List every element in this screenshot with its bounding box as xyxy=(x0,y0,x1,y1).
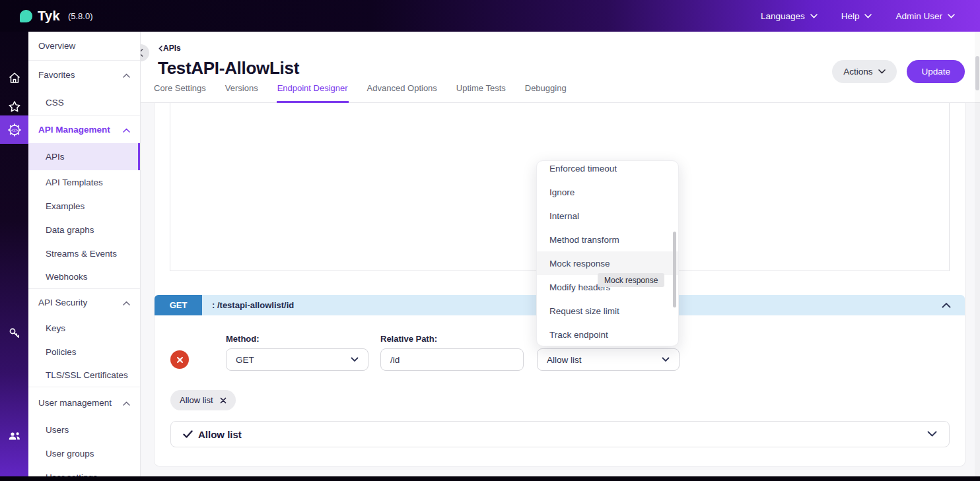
actions-button[interactable]: Actions xyxy=(832,60,897,83)
sidebar-item-apis[interactable]: APIs xyxy=(28,143,140,170)
sidebar-item-webhooks[interactable]: Webhooks xyxy=(28,265,140,289)
sidebar-item-data-graphs[interactable]: Data graphs xyxy=(28,218,140,241)
menu-item-method-transform[interactable]: Method transform xyxy=(537,228,678,251)
tab-endpoint-designer[interactable]: Endpoint Designer xyxy=(277,83,349,103)
x-icon xyxy=(176,356,184,364)
allow-list-section[interactable]: Allow list xyxy=(170,421,950,447)
svg-text:</>: </> xyxy=(11,128,17,133)
sidebar-group-api-management[interactable]: API Management xyxy=(28,116,140,143)
topbar-menus: Languages Help Admin User xyxy=(761,11,980,21)
chevron-left-icon xyxy=(158,46,162,51)
top-bar: Tyk (5.8.0) Languages Help Admin User xyxy=(0,0,980,32)
page-title: TestAPI-AllowList xyxy=(158,58,299,79)
selected-plugin-tag: Allow list xyxy=(170,390,236,410)
menu-item-mock-response[interactable]: Mock response xyxy=(537,251,678,275)
users-icon[interactable] xyxy=(0,428,28,444)
chevron-up-icon xyxy=(123,70,130,80)
sidebar: Overview Favorites CSS API Management AP… xyxy=(28,32,141,481)
version-label: (5.8.0) xyxy=(68,11,93,21)
chevron-up-icon xyxy=(123,125,130,135)
sidebar-group-api-security[interactable]: API Security xyxy=(28,289,140,316)
languages-menu[interactable]: Languages xyxy=(761,11,818,21)
star-icon[interactable] xyxy=(0,100,28,114)
chevron-down-icon xyxy=(878,69,886,74)
sidebar-item-examples[interactable]: Examples xyxy=(28,194,140,218)
tab-debugging[interactable]: Debugging xyxy=(524,83,567,103)
menu-item-request-size-limit[interactable]: Request size limit xyxy=(537,299,678,323)
check-icon xyxy=(183,430,193,438)
chevron-up-icon[interactable] xyxy=(942,295,965,315)
chevron-down-icon xyxy=(662,357,670,362)
sidebar-item-users[interactable]: Users xyxy=(28,418,140,441)
mock-response-tooltip: Mock response xyxy=(598,273,664,287)
chevron-down-icon xyxy=(948,14,955,18)
tab-bar: Core Settings Versions Endpoint Designer… xyxy=(153,83,567,103)
tab-uptime-tests[interactable]: Uptime Tests xyxy=(456,83,507,103)
sidebar-item-user-groups[interactable]: User groups xyxy=(28,441,140,465)
sidebar-item-policies[interactable]: Policies xyxy=(28,340,140,364)
icon-rail: </> xyxy=(0,32,28,481)
sidebar-item-api-templates[interactable]: API Templates xyxy=(28,170,140,194)
tab-versions[interactable]: Versions xyxy=(225,83,259,103)
sidebar-item-overview[interactable]: Overview xyxy=(28,32,140,61)
plugins-select[interactable]: Allow list xyxy=(537,348,680,371)
sidebar-item-tls-ssl-certificates[interactable]: TLS/SSL Certificates xyxy=(28,364,140,387)
tab-advanced-options[interactable]: Advanced Options xyxy=(367,83,438,103)
menu-item-track-endpoint[interactable]: Track endpoint xyxy=(537,323,678,346)
sidebar-item-keys[interactable]: Keys xyxy=(28,316,140,340)
app-window: Tyk (5.8.0) Languages Help Admin User xyxy=(0,0,980,481)
plugins-dropdown-menu: Enforced timeout Ignore Internal Method … xyxy=(536,160,679,346)
remove-tag-icon[interactable] xyxy=(220,397,227,404)
chevron-down-icon xyxy=(864,14,872,18)
header-buttons: Actions Update xyxy=(832,60,965,83)
menu-scrollbar-thumb[interactable] xyxy=(673,232,676,307)
menu-item-ignore[interactable]: Ignore xyxy=(537,180,678,204)
menu-item-enforced-timeout[interactable]: Enforced timeout xyxy=(537,160,678,180)
chevron-down-icon xyxy=(351,357,359,362)
home-icon[interactable] xyxy=(0,71,28,85)
method-label: Method: xyxy=(226,334,260,344)
tyk-logo-icon xyxy=(20,10,32,22)
window-bottom-edge xyxy=(0,476,980,481)
allow-list-section-title: Allow list xyxy=(198,429,242,440)
update-button[interactable]: Update xyxy=(907,60,965,83)
chevron-up-icon xyxy=(123,298,130,307)
relative-path-input[interactable]: /id xyxy=(380,348,524,371)
page-scrollbar-track[interactable] xyxy=(975,32,980,481)
sidebar-item-css[interactable]: CSS xyxy=(28,89,140,116)
help-menu[interactable]: Help xyxy=(841,11,872,21)
chevron-up-icon xyxy=(123,398,130,408)
page-header: APIs TestAPI-AllowList Actions Update Co… xyxy=(141,32,980,103)
api-management-icon[interactable]: </> xyxy=(0,122,28,138)
relative-path-label: Relative Path: xyxy=(380,334,437,344)
tab-core-settings[interactable]: Core Settings xyxy=(153,83,207,103)
tyk-logo[interactable]: Tyk (5.8.0) xyxy=(0,9,92,24)
delete-endpoint-button[interactable] xyxy=(170,350,189,369)
method-badge: GET xyxy=(155,295,202,315)
chevron-down-icon xyxy=(810,14,818,18)
breadcrumb[interactable]: APIs xyxy=(158,44,181,53)
method-select[interactable]: GET xyxy=(226,348,368,371)
sidebar-group-user-management[interactable]: User management xyxy=(28,387,140,418)
sidebar-item-streams-events[interactable]: Streams & Events xyxy=(28,241,140,265)
menu-item-internal[interactable]: Internal xyxy=(537,204,678,228)
key-icon[interactable] xyxy=(0,327,28,341)
chevron-down-icon[interactable] xyxy=(927,428,937,440)
tyk-logo-text: Tyk xyxy=(38,9,60,24)
sidebar-group-favorites[interactable]: Favorites xyxy=(28,61,140,89)
page-scrollbar-thumb[interactable] xyxy=(975,56,979,90)
admin-user-menu[interactable]: Admin User xyxy=(895,11,955,21)
endpoint-path: : /testapi-allowlist/id xyxy=(202,295,294,315)
